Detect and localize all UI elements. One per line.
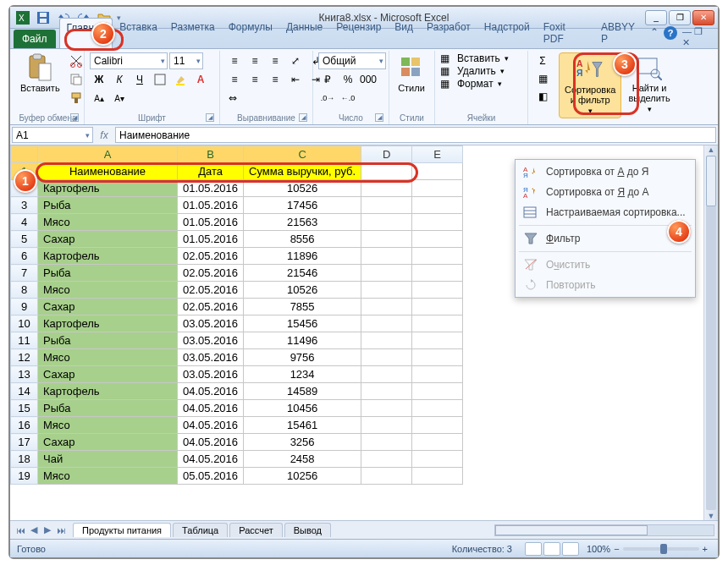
col-header-E[interactable]: E	[412, 146, 463, 163]
date-cell[interactable]: 04.05.2016	[178, 400, 244, 417]
row-header-15[interactable]: 15	[11, 400, 38, 417]
sum-cell[interactable]: 11896	[244, 248, 361, 265]
tab-данные[interactable]: Данные	[279, 18, 329, 48]
row-header-4[interactable]: 4	[11, 214, 38, 231]
sum-cell[interactable]: 10526	[244, 282, 361, 299]
date-cell[interactable]: 02.05.2016	[178, 282, 244, 299]
date-cell[interactable]: 02.05.2016	[178, 299, 244, 315]
date-cell[interactable]: 03.05.2016	[178, 315, 244, 332]
number-format-combo[interactable]: Общий	[318, 52, 386, 69]
date-cell[interactable]: 02.05.2016	[178, 265, 244, 282]
row-header-8[interactable]: 8	[11, 282, 38, 299]
comma-format-icon[interactable]: 000	[359, 71, 378, 88]
date-cell[interactable]: 04.05.2016	[178, 434, 244, 451]
menu-custom-sort[interactable]: Настраиваемая сортировка...	[516, 202, 695, 222]
align-center-icon[interactable]: ≡	[245, 71, 264, 88]
row-header-19[interactable]: 19	[11, 468, 38, 485]
excel-icon[interactable]: X	[14, 9, 32, 26]
tab-foxit pdf[interactable]: Foxit PDF	[537, 18, 594, 48]
fill-color-button[interactable]	[171, 71, 190, 88]
date-cell[interactable]: 01.05.2016	[178, 231, 244, 248]
underline-button[interactable]: Ч	[130, 71, 149, 88]
borders-button[interactable]	[151, 71, 169, 88]
font-size-combo[interactable]: 11	[169, 52, 203, 69]
tab-file[interactable]: Файл	[14, 30, 56, 48]
font-name-combo[interactable]: Calibri	[90, 52, 168, 69]
product-cell[interactable]: Сахар	[38, 299, 178, 315]
header-cell[interactable]: Сумма выручки, руб.	[244, 163, 361, 180]
zoom-in-button[interactable]: +	[703, 544, 708, 554]
date-cell[interactable]: 01.05.2016	[178, 180, 244, 197]
paste-button[interactable]: Вставить	[17, 52, 63, 95]
tab-формулы[interactable]: Формулы	[222, 18, 279, 48]
row-header-10[interactable]: 10	[11, 315, 38, 332]
row-header-7[interactable]: 7	[11, 265, 38, 282]
increase-font-icon[interactable]: A▴	[90, 90, 108, 107]
number-dialog-launcher[interactable]: ◢	[375, 113, 383, 122]
col-header-D[interactable]: D	[361, 146, 412, 163]
close-button[interactable]: ✕	[692, 10, 714, 25]
product-cell[interactable]: Рыба	[38, 332, 178, 349]
sheet-tab[interactable]: Продукты питания	[73, 523, 171, 537]
zoom-slider[interactable]	[623, 547, 699, 551]
product-cell[interactable]: Рыба	[38, 197, 178, 214]
clear-icon[interactable]: ◧	[533, 88, 552, 105]
font-dialog-launcher[interactable]: ◢	[206, 113, 214, 122]
sum-cell[interactable]: 15461	[244, 417, 361, 434]
tab-надстрой[interactable]: Надстрой	[477, 18, 537, 48]
product-cell[interactable]: Мясо	[38, 349, 178, 366]
cells-format-button[interactable]: ▦Формат▾	[440, 78, 502, 90]
italic-button[interactable]: К	[110, 71, 129, 88]
cells-delete-button[interactable]: ▦Удалить▾	[440, 65, 505, 77]
col-header-A[interactable]: A	[38, 146, 178, 163]
product-cell[interactable]: Картофель	[38, 383, 178, 400]
sheet-tab[interactable]: Рассчет	[229, 523, 283, 537]
merge-center-icon[interactable]: ⇔	[225, 90, 240, 107]
select-all-cell[interactable]	[11, 146, 38, 163]
product-cell[interactable]: Сахар	[38, 366, 178, 383]
product-cell[interactable]: Картофель	[38, 248, 178, 265]
product-cell[interactable]: Сахар	[38, 434, 178, 451]
save-icon[interactable]	[34, 9, 52, 26]
menu-sort-asc[interactable]: АЯ Сортировка от А до Я	[516, 162, 695, 182]
sum-cell[interactable]: 10456	[244, 400, 361, 417]
view-page-layout-icon[interactable]	[543, 542, 560, 556]
date-cell[interactable]: 01.05.2016	[178, 197, 244, 214]
accounting-format-icon[interactable]: ₽	[318, 71, 337, 88]
date-cell[interactable]: 03.05.2016	[178, 349, 244, 366]
row-header-11[interactable]: 11	[11, 332, 38, 349]
product-cell[interactable]: Чай	[38, 451, 178, 468]
sum-cell[interactable]: 21546	[244, 265, 361, 282]
row-header-3[interactable]: 3	[11, 197, 38, 214]
col-header-C[interactable]: C	[244, 146, 361, 163]
align-right-icon[interactable]: ≡	[266, 71, 284, 88]
workbook-min-icon[interactable]: — ❐ ✕	[682, 26, 713, 48]
maximize-button[interactable]: ❐	[669, 10, 691, 25]
alignment-dialog-launcher[interactable]: ◢	[299, 113, 307, 122]
sum-cell[interactable]: 1234	[244, 366, 361, 383]
product-cell[interactable]: Рыба	[38, 400, 178, 417]
header-cell[interactable]: Дата	[178, 163, 244, 180]
cut-icon[interactable]	[67, 52, 85, 69]
tab-nav-last[interactable]: ⏭	[54, 525, 68, 535]
tab-разметка[interactable]: Разметка	[164, 18, 222, 48]
header-cell[interactable]: Наименование	[38, 163, 178, 180]
product-cell[interactable]: Картофель	[38, 315, 178, 332]
cell-styles-button[interactable]: Стили	[394, 52, 428, 95]
increase-decimal-icon[interactable]: .0→	[318, 90, 337, 107]
sum-cell[interactable]: 10256	[244, 468, 361, 485]
date-cell[interactable]: 04.05.2016	[178, 383, 244, 400]
sum-cell[interactable]: 15456	[244, 315, 361, 332]
menu-sort-desc[interactable]: ЯА Сортировка от Я до А	[516, 182, 695, 202]
tab-nav-first[interactable]: ⏮	[14, 525, 27, 535]
product-cell[interactable]: Рыба	[38, 265, 178, 282]
sum-cell[interactable]: 3256	[244, 434, 361, 451]
product-cell[interactable]: Мясо	[38, 214, 178, 231]
date-cell[interactable]: 02.05.2016	[178, 248, 244, 265]
date-cell[interactable]: 03.05.2016	[178, 332, 244, 349]
product-cell[interactable]: Мясо	[38, 468, 178, 485]
product-cell[interactable]: Картофель	[38, 180, 178, 197]
row-header-6[interactable]: 6	[11, 248, 38, 265]
zoom-out-button[interactable]: −	[614, 544, 619, 554]
sheet-tab[interactable]: Вывод	[284, 523, 331, 537]
